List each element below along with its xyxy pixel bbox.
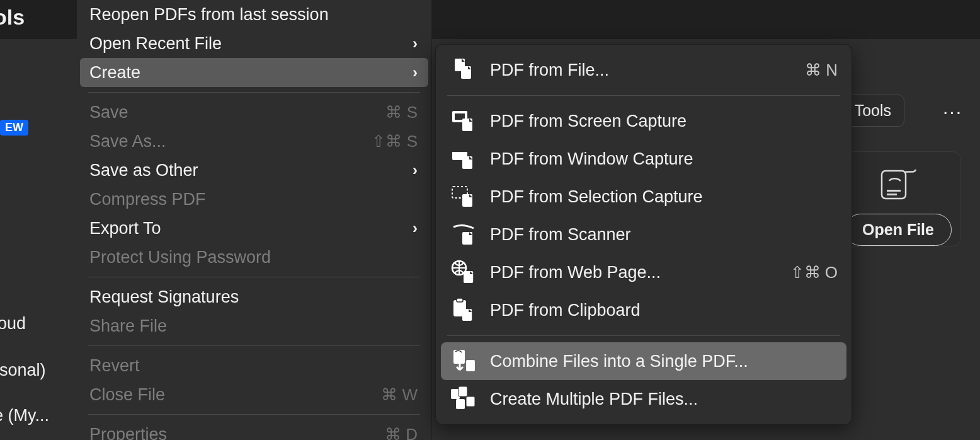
submenu-item-label: PDF from Scanner bbox=[490, 225, 838, 245]
menu-separator bbox=[88, 414, 420, 415]
menu-item-label: Open Recent File bbox=[89, 34, 222, 54]
chevron-right-icon: › bbox=[413, 35, 418, 52]
new-badge: EW bbox=[0, 120, 28, 136]
submenu-item-label: PDF from Clipboard bbox=[490, 301, 838, 320]
shortcut-text: ⌘ W bbox=[381, 385, 418, 405]
file-duo-icon bbox=[450, 57, 479, 83]
submenu-item-label: PDF from Selection Capture bbox=[490, 187, 838, 207]
submenu-item-label: Combine Files into a Single PDF... bbox=[490, 352, 838, 371]
chevron-right-icon: › bbox=[413, 161, 418, 179]
svg-rect-2 bbox=[887, 194, 897, 195]
menu-item-label: Create bbox=[89, 63, 140, 83]
shortcut-text: ⌘ N bbox=[805, 61, 838, 80]
shortcut-text: ⌘ D bbox=[385, 425, 418, 441]
menu-item-share-file: Share File bbox=[77, 311, 431, 340]
selection-duo-icon bbox=[450, 184, 479, 209]
menu-item-close-file: Close File⌘ W bbox=[77, 380, 431, 409]
svg-rect-9 bbox=[452, 149, 467, 152]
open-file-button[interactable]: Open File bbox=[845, 214, 952, 246]
submenu-item-label: PDF from File... bbox=[490, 61, 805, 80]
menu-item-label: Save bbox=[89, 103, 128, 122]
submenu-item-label: PDF from Screen Capture bbox=[490, 112, 838, 131]
open-file-card: Open File bbox=[835, 151, 961, 246]
submenu-item-create-multiple-pdf-files[interactable]: Create Multiple PDF Files... bbox=[441, 380, 846, 418]
submenu-item-pdf-from-scanner[interactable]: PDF from Scanner bbox=[441, 216, 846, 253]
sidebar-item-fragment[interactable]: rsonal) bbox=[0, 361, 46, 380]
menu-item-compress-pdf: Compress PDF bbox=[77, 185, 431, 214]
menu-separator bbox=[88, 345, 420, 346]
menu-item-label: Compress PDF bbox=[89, 190, 206, 209]
menu-item-label: Share File bbox=[89, 316, 167, 336]
chevron-right-icon: › bbox=[413, 219, 418, 237]
menu-item-label: Properties bbox=[89, 425, 167, 441]
submenu-item-pdf-from-web-page[interactable]: PDF from Web Page...⇧⌘ O bbox=[441, 253, 846, 291]
window-duo-icon bbox=[450, 146, 479, 171]
submenu-item-pdf-from-file[interactable]: PDF from File...⌘ N bbox=[441, 51, 846, 89]
menu-item-label: Save As... bbox=[89, 132, 166, 151]
menu-separator bbox=[88, 92, 420, 93]
submenu-separator bbox=[447, 335, 840, 336]
menu-item-label: Request Signatures bbox=[89, 287, 239, 307]
menu-item-label: Save as Other bbox=[89, 161, 198, 180]
menu-item-label: Protect Using Password bbox=[89, 248, 271, 267]
multiple-icon bbox=[450, 386, 479, 412]
open-file-label: Open File bbox=[862, 221, 934, 238]
menu-item-export-to[interactable]: Export To› bbox=[77, 214, 431, 243]
combine-icon bbox=[450, 349, 479, 374]
menu-separator bbox=[88, 277, 420, 277]
toolbar-title-fragment: ols bbox=[0, 5, 25, 30]
svg-rect-24 bbox=[466, 397, 475, 407]
submenu-item-combine-files-into-a-single-pdf[interactable]: Combine Files into a Single PDF... bbox=[441, 342, 846, 380]
menu-item-label: Reopen PDFs from last session bbox=[89, 5, 329, 25]
pdf-open-icon bbox=[878, 167, 918, 202]
scanner-icon bbox=[450, 222, 479, 247]
submenu-separator bbox=[447, 95, 840, 96]
menu-item-create[interactable]: Create› bbox=[80, 58, 428, 87]
svg-rect-17 bbox=[457, 298, 463, 302]
more-icon[interactable]: ··· bbox=[943, 101, 962, 122]
svg-rect-22 bbox=[459, 386, 467, 397]
web-duo-icon bbox=[450, 260, 479, 285]
menu-item-save-as-other[interactable]: Save as Other› bbox=[77, 156, 431, 185]
menu-item-reopen-pdfs-from-last-session[interactable]: Reopen PDFs from last session bbox=[77, 0, 431, 29]
menu-item-open-recent-file[interactable]: Open Recent File› bbox=[77, 29, 431, 58]
svg-rect-19 bbox=[453, 350, 465, 364]
menu-item-revert: Revert bbox=[77, 351, 431, 380]
svg-rect-20 bbox=[466, 360, 475, 371]
sidebar-item-fragment[interactable]: loud bbox=[0, 314, 26, 333]
menu-item-protect-using-password: Protect Using Password bbox=[77, 243, 431, 272]
shortcut-text: ⌘ S bbox=[385, 103, 418, 122]
clipboard-duo-icon bbox=[450, 298, 479, 323]
menu-item-request-signatures[interactable]: Request Signatures bbox=[77, 282, 431, 311]
submenu-item-label: Create Multiple PDF Files... bbox=[490, 390, 838, 409]
file-menu: Reopen PDFs from last sessionOpen Recent… bbox=[77, 0, 432, 440]
submenu-item-label: PDF from Web Page... bbox=[490, 263, 790, 282]
menu-item-save-as: Save As...⇧⌘ S bbox=[77, 127, 431, 156]
menu-item-properties: Properties⌘ D bbox=[77, 420, 431, 440]
create-submenu: PDF from File...⌘ NPDF from Screen Captu… bbox=[435, 44, 852, 425]
shortcut-text: ⇧⌘ O bbox=[790, 263, 838, 282]
submenu-item-pdf-from-clipboard[interactable]: PDF from Clipboard bbox=[441, 291, 846, 329]
sidebar-item-fragment[interactable]: e (My... bbox=[0, 406, 49, 426]
menu-item-save: Save⌘ S bbox=[77, 98, 431, 127]
submenu-item-pdf-from-window-capture[interactable]: PDF from Window Capture bbox=[441, 140, 846, 178]
shortcut-text: ⇧⌘ S bbox=[372, 132, 418, 151]
menu-item-label: Close File bbox=[89, 385, 165, 405]
submenu-item-pdf-from-selection-capture[interactable]: PDF from Selection Capture bbox=[441, 178, 846, 216]
menu-item-label: Export To bbox=[89, 219, 161, 238]
svg-rect-23 bbox=[456, 399, 465, 409]
submenu-item-pdf-from-screen-capture[interactable]: PDF from Screen Capture bbox=[441, 102, 846, 140]
svg-rect-1 bbox=[887, 190, 901, 192]
chevron-right-icon: › bbox=[413, 64, 418, 81]
menu-item-label: Revert bbox=[89, 356, 140, 376]
submenu-item-label: PDF from Window Capture bbox=[490, 149, 838, 169]
screen-duo-icon bbox=[450, 108, 479, 134]
